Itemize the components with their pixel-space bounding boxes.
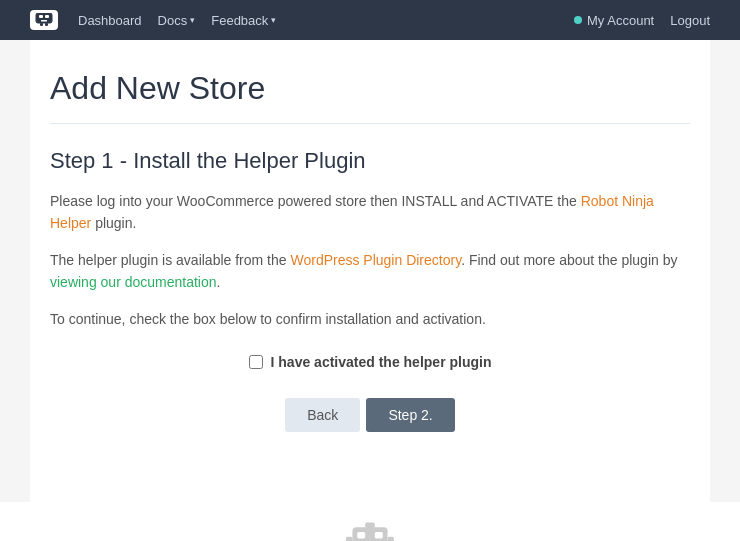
svg-rect-7 [357,532,365,538]
nav-my-account[interactable]: My Account [574,13,654,28]
logo-icon [30,10,58,30]
svg-rect-12 [388,537,394,541]
wordpress-plugin-dir-link[interactable]: WordPress Plugin Directory [290,252,461,268]
nav-right: My Account Logout [574,13,710,28]
nav-dashboard[interactable]: Dashboard [78,13,142,28]
robot-divider [0,502,740,541]
svg-rect-3 [41,20,47,22]
helper-activated-checkbox[interactable] [249,355,263,369]
step-title: Step 1 - Install the Helper Plugin [50,148,690,174]
nav-feedback[interactable]: Feedback ▾ [211,13,276,28]
page-title: Add New Store [50,70,690,124]
paragraph-1: Please log into your WooCommerce powered… [50,190,690,235]
svg-rect-4 [40,23,43,26]
svg-rect-1 [39,15,43,18]
robot-divider-icon [346,522,394,541]
documentation-link[interactable]: viewing our documentation [50,274,217,290]
svg-rect-2 [45,15,49,18]
svg-rect-5 [45,23,48,26]
nav-logo [30,10,58,30]
checkbox-section: I have activated the helper plugin [50,354,690,370]
back-button[interactable]: Back [285,398,360,432]
nav-docs[interactable]: Docs ▾ [158,13,196,28]
paragraph-2: The helper plugin is available from the … [50,249,690,294]
svg-rect-10 [365,522,375,528]
step2-button[interactable]: Step 2. [366,398,454,432]
nav-links: Dashboard Docs ▾ Feedback ▾ [78,13,574,28]
checkbox-label[interactable]: I have activated the helper plugin [271,354,492,370]
paragraph-3: To continue, check the box below to conf… [50,308,690,330]
button-row: Back Step 2. [50,398,690,432]
top-nav: Dashboard Docs ▾ Feedback ▾ My Account L… [0,0,740,40]
account-status-dot [574,16,582,24]
nav-logout[interactable]: Logout [670,13,710,28]
main-content: Add New Store Step 1 - Install the Helpe… [30,40,710,502]
svg-rect-11 [346,537,352,541]
svg-rect-8 [375,532,383,538]
